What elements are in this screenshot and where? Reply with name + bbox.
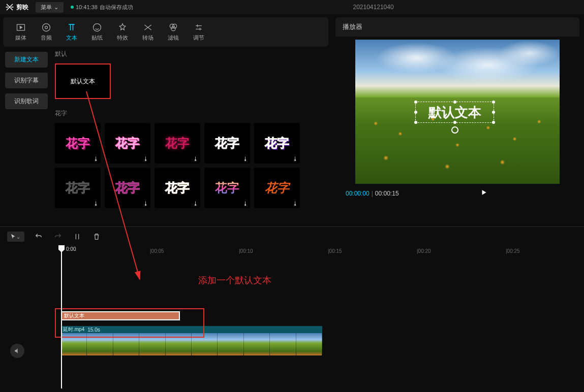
sidebar-new-text[interactable]: 新建文本 xyxy=(5,52,48,68)
nav-media-label: 媒体 xyxy=(15,34,26,42)
timeline: ⌄ 0:00 |00:05 |00:10 |00:15 |00:20 |00:2… xyxy=(0,226,584,392)
nav-audio[interactable]: 音频 xyxy=(34,19,59,45)
text-overlay[interactable]: 默认文本 xyxy=(415,102,494,123)
nav-adjust-label: 调节 xyxy=(193,34,204,42)
undo-button[interactable] xyxy=(34,232,44,242)
download-icon[interactable]: ⭳ xyxy=(143,201,148,206)
svg-point-2 xyxy=(45,26,48,29)
playhead[interactable] xyxy=(61,246,62,388)
video-preview[interactable]: 默认文本 xyxy=(355,40,560,184)
huazi-text: 花字 xyxy=(165,180,190,196)
player-panel: 播放器 默认文本 00:00:00 | 00:00:15 xyxy=(335,17,579,203)
tracks-area[interactable]: 默认文本 延时.mp4 15.0s xyxy=(0,258,584,289)
menu-button[interactable]: 菜单 ⌄ xyxy=(36,2,64,13)
delete-button[interactable] xyxy=(91,232,102,242)
app-name: 剪映 xyxy=(16,3,28,12)
current-time: 00:00:00 xyxy=(346,190,370,197)
nav-media[interactable]: 媒体 xyxy=(8,19,34,45)
resize-handle[interactable] xyxy=(414,101,417,104)
huazi-card[interactable]: 花字⭳ xyxy=(254,168,300,208)
huazi-text: 花字 xyxy=(265,135,289,151)
split-button[interactable] xyxy=(72,232,82,242)
download-icon[interactable]: ⭳ xyxy=(293,201,298,206)
huazi-grid: 花字⭳ 花字⭳ 花字⭳ 花字⭳ 花字⭳ 花字⭳ 花字⭳ 花字⭳ 花字⭳ 花字⭳ xyxy=(55,123,325,208)
rotate-icon[interactable] xyxy=(451,126,458,134)
video-thumb xyxy=(270,333,296,355)
save-time: 10:41:38 xyxy=(76,4,98,10)
resize-handle[interactable] xyxy=(414,121,417,124)
ruler-mark: |00:25 xyxy=(506,248,520,254)
preview-sky xyxy=(355,40,560,85)
nav-transition-label: 转场 xyxy=(142,34,153,42)
menu-label: 菜单 xyxy=(41,4,52,11)
overlay-text: 默认文本 xyxy=(428,104,481,121)
nav-sticker[interactable]: 贴纸 xyxy=(84,19,110,45)
default-text-card-label: 默认文本 xyxy=(71,77,95,86)
playhead-time: 0:00 xyxy=(66,246,76,252)
chevron-down-icon: ⌄ xyxy=(54,4,58,11)
huazi-card[interactable]: 花字⭳ xyxy=(105,168,150,208)
section-default-label: 默认 xyxy=(55,50,325,58)
video-thumb xyxy=(139,333,165,355)
resize-handle[interactable] xyxy=(492,111,495,114)
download-icon[interactable]: ⭳ xyxy=(193,201,198,206)
save-status: 10:41:38 自动保存成功 xyxy=(71,4,133,11)
download-icon[interactable]: ⭳ xyxy=(94,201,99,206)
huazi-text: 花字 xyxy=(115,180,140,196)
download-icon[interactable]: ⭳ xyxy=(143,156,148,161)
video-thumb xyxy=(61,333,87,355)
ruler-mark: |00:10 xyxy=(239,248,253,254)
nav-adjust[interactable]: 调节 xyxy=(186,19,211,45)
nav-effect-label: 特效 xyxy=(117,34,128,42)
cursor-tool[interactable]: ⌄ xyxy=(7,232,24,242)
huazi-card[interactable]: 花字⭳ xyxy=(155,168,200,208)
download-icon[interactable]: ⭳ xyxy=(94,156,99,161)
ruler-mark: |00:15 xyxy=(328,248,342,254)
download-icon[interactable]: ⭳ xyxy=(193,156,198,161)
huazi-text: 花字 xyxy=(115,135,140,151)
huazi-text: 花字 xyxy=(215,180,239,196)
sidebar-recognize-lyrics[interactable]: 识别歌词 xyxy=(5,93,48,109)
text-clip[interactable]: 默认文本 xyxy=(61,311,180,320)
video-clip-duration: 15.0s xyxy=(87,327,100,333)
player-controls: 00:00:00 | 00:00:15 xyxy=(335,184,579,203)
video-clip[interactable]: 延时.mp4 15.0s xyxy=(61,326,322,355)
resize-handle[interactable] xyxy=(492,101,495,104)
annotation-text: 添加一个默认文本 xyxy=(198,274,271,286)
huazi-card[interactable]: 花字⭳ xyxy=(155,123,200,164)
play-button[interactable] xyxy=(480,189,487,198)
project-name: 202104121040 xyxy=(353,4,394,11)
nav-filter[interactable]: 滤镜 xyxy=(161,19,186,45)
timeline-ruler[interactable]: 0:00 |00:05 |00:10 |00:15 |00:20 |00:25 xyxy=(0,246,584,258)
huazi-card[interactable]: 花字⭳ xyxy=(204,123,250,164)
video-thumb xyxy=(296,333,322,355)
huazi-card[interactable]: 花字⭳ xyxy=(105,123,150,164)
download-icon[interactable]: ⭳ xyxy=(293,156,298,161)
video-thumb xyxy=(113,333,139,355)
download-icon[interactable]: ⭳ xyxy=(243,201,248,206)
huazi-card[interactable]: 花字⭳ xyxy=(55,168,101,208)
huazi-card[interactable]: 花字⭳ xyxy=(254,123,300,164)
mute-button[interactable] xyxy=(10,344,24,358)
nav-transition[interactable]: 转场 xyxy=(135,19,161,45)
huazi-card[interactable]: 花字⭳ xyxy=(204,168,250,208)
download-icon[interactable]: ⭳ xyxy=(243,156,248,161)
resize-handle[interactable] xyxy=(414,111,417,114)
sidebar-recognize-subtitle[interactable]: 识别字幕 xyxy=(5,73,48,88)
default-text-card[interactable]: 默认文本 xyxy=(55,63,111,99)
huazi-text: 花字 xyxy=(215,135,239,151)
resize-handle[interactable] xyxy=(492,121,495,124)
nav-effect[interactable]: 特效 xyxy=(110,19,135,45)
video-thumb xyxy=(192,333,218,355)
titlebar: 剪映 菜单 ⌄ 10:41:38 自动保存成功 202104121040 xyxy=(0,0,584,14)
huazi-card[interactable]: 花字⭳ xyxy=(55,123,101,164)
video-thumbnails xyxy=(61,333,322,355)
redo-button[interactable] xyxy=(53,232,63,242)
resize-handle[interactable] xyxy=(453,121,456,124)
huazi-text: 花字 xyxy=(165,135,190,151)
resize-handle[interactable] xyxy=(453,101,456,104)
player-title: 播放器 xyxy=(335,17,579,37)
nav-text[interactable]: 文本 xyxy=(59,19,84,45)
app-logo: 剪映 xyxy=(5,3,28,12)
text-clip-label: 默认文本 xyxy=(64,312,84,319)
